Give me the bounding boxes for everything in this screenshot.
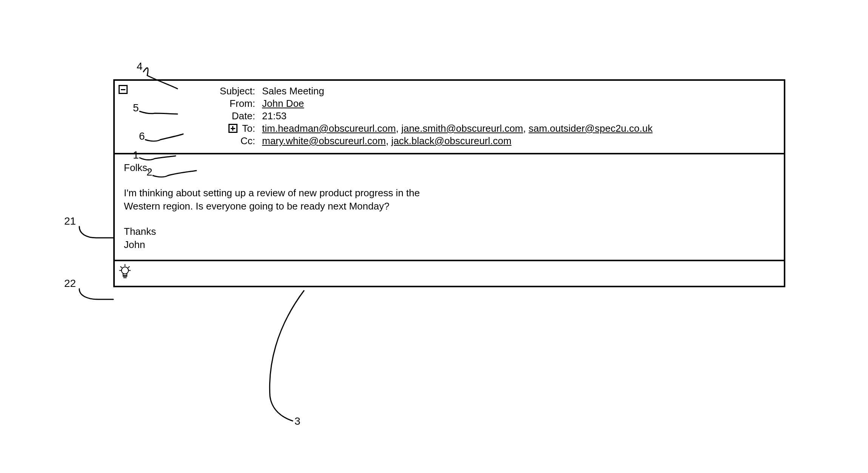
body-paragraph-1: I'm thinking about setting up a review o… xyxy=(124,186,775,213)
callout-4: 4 xyxy=(137,60,143,72)
to-address-0[interactable]: tim.headman@obscureurl.com xyxy=(262,123,396,134)
callout-3: 3 xyxy=(294,415,301,427)
callout-1: 1 xyxy=(133,149,139,161)
to-label: To: xyxy=(242,123,255,134)
date-label: Date: xyxy=(122,110,262,122)
expand-to-button[interactable] xyxy=(228,124,237,133)
svg-point-0 xyxy=(122,267,128,274)
date-row: Date: 21:53 xyxy=(122,110,776,122)
body-line-2: Western region. Is everyone going to be … xyxy=(124,200,389,212)
body-line-1: I'm thinking about setting up a review o… xyxy=(124,187,420,199)
callout-22: 22 xyxy=(64,277,76,290)
closing-line-1: Thanks xyxy=(124,226,156,237)
figure-stage: Subject: Sales Meeting From: John Doe Da… xyxy=(0,0,868,473)
callout-21: 21 xyxy=(64,215,76,227)
subject-row: Subject: Sales Meeting xyxy=(122,85,776,97)
subject-value: Sales Meeting xyxy=(262,85,776,97)
to-address-2[interactable]: sam.outsider@spec2u.co.uk xyxy=(529,123,652,134)
email-header-pane: Subject: Sales Meeting From: John Doe Da… xyxy=(115,81,784,154)
lightbulb-icon[interactable] xyxy=(119,270,131,282)
body-greeting: Folks, xyxy=(124,161,775,174)
subject-label: Subject: xyxy=(122,85,262,97)
date-value: 21:53 xyxy=(262,110,776,122)
to-address-1[interactable]: jane.smith@obscureurl.com xyxy=(401,123,523,134)
callout-6: 6 xyxy=(139,130,145,142)
callout-2: 2 xyxy=(146,166,153,178)
to-recipients: tim.headman@obscureurl.com, jane.smith@o… xyxy=(262,123,776,134)
suggestion-bar xyxy=(115,261,784,286)
cc-recipients: mary.white@obscureurl.com, jack.black@ob… xyxy=(262,135,776,147)
closing-line-2: John xyxy=(124,239,145,250)
email-window: Subject: Sales Meeting From: John Doe Da… xyxy=(113,79,785,287)
to-row: To: tim.headman@obscureurl.com, jane.smi… xyxy=(122,123,776,134)
collapse-header-button[interactable] xyxy=(119,84,130,96)
svg-line-5 xyxy=(128,267,129,268)
cc-row: Cc: mary.white@obscureurl.com, jack.blac… xyxy=(122,135,776,147)
callout-5: 5 xyxy=(133,102,139,114)
from-label: From: xyxy=(122,98,262,109)
body-closing: Thanks John xyxy=(124,225,775,251)
email-body-pane: Folks, I'm thinking about setting up a r… xyxy=(115,154,784,261)
cc-address-1[interactable]: jack.black@obscureurl.com xyxy=(391,135,511,146)
cc-address-0[interactable]: mary.white@obscureurl.com xyxy=(262,135,386,146)
from-row: From: John Doe xyxy=(122,98,776,109)
svg-line-4 xyxy=(120,267,122,268)
from-value[interactable]: John Doe xyxy=(262,98,304,109)
